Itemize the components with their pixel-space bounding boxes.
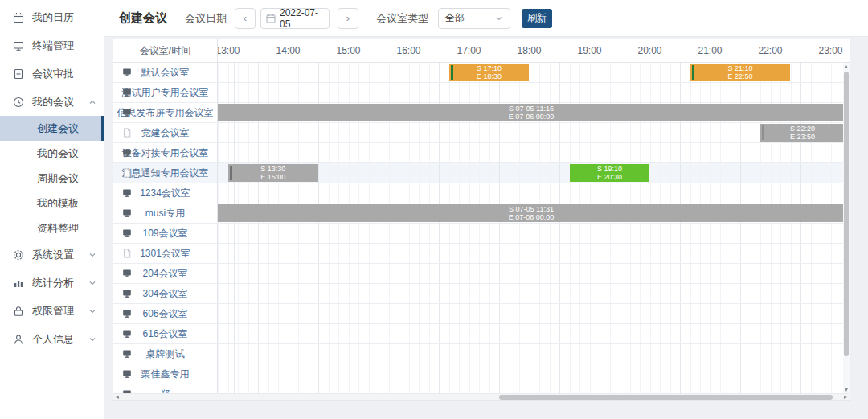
room-type-select[interactable]: 全部 (438, 8, 510, 29)
room-timeline[interactable]: S 07-05 11:31E 07-06 00:00 (218, 203, 845, 223)
sidebar-item-1[interactable]: 终端管理 (0, 31, 104, 60)
schedule-row: 消息通知专用会议室S 13:30E 15:00S 19:10E 20:30 (113, 163, 850, 183)
time-tick-2000: 20:00 (637, 39, 661, 62)
schedule-row: 默认会议室S 17:10E 18:30S 21:10E 22:50 (113, 63, 850, 83)
horizontal-scrollbar[interactable] (113, 393, 850, 400)
room-display-icon (122, 188, 132, 198)
sidebar-subitem-label: 周期会议 (37, 171, 79, 186)
room-link[interactable]: 党建会议室 (141, 126, 190, 140)
room-timeline[interactable] (218, 143, 845, 162)
booking-bar[interactable]: S 07-05 11:16E 07-06 00:00 (218, 104, 845, 121)
next-day-button[interactable]: › (338, 8, 358, 29)
sidebar-subitem-3-0[interactable]: 创建会议 (0, 116, 104, 141)
sidebar-subitem-label: 资料整理 (37, 221, 79, 236)
schedule-row: 桌牌测试 (113, 344, 850, 364)
room-link[interactable]: 616会议室 (142, 327, 187, 341)
booking-start-time: S 07-05 11:31 (509, 205, 554, 214)
room-link[interactable]: 204会议室 (142, 267, 187, 281)
user-icon (13, 334, 24, 345)
prev-day-button[interactable]: ‹ (235, 8, 256, 29)
scroll-up-arrow[interactable] (843, 63, 850, 71)
chevron-down-icon (88, 335, 96, 343)
room-timeline[interactable] (218, 364, 845, 384)
room-timeline[interactable] (218, 264, 845, 283)
booking-start-marker (692, 65, 694, 80)
booking-start-marker (762, 125, 764, 140)
vertical-scrollbar[interactable] (843, 63, 850, 394)
schedule-row: 党建会议室S 22:20E 23:50 (113, 123, 850, 143)
sidebar-subitem-label: 我的会议 (37, 146, 79, 161)
room-link[interactable]: 桌牌测试 (146, 347, 185, 361)
chevron-down-icon (88, 251, 96, 259)
room-timeline[interactable]: S 22:20E 23:50 (218, 123, 845, 142)
room-name-cell: 109会议室 (113, 224, 218, 243)
sidebar-item-2[interactable]: 会议审批 (0, 60, 104, 88)
room-timeline[interactable] (218, 224, 845, 243)
room-link[interactable]: 304会议室 (142, 287, 187, 301)
scroll-left-arrow[interactable] (113, 394, 121, 401)
sidebar-item-6[interactable]: 权限管理 (0, 297, 104, 325)
room-link[interactable]: 109会议室 (142, 227, 187, 240)
room-link[interactable]: 1301会议室 (140, 247, 190, 261)
room-link[interactable]: 消息通知专用会议室 (122, 166, 209, 180)
room-link[interactable]: 默认会议室 (141, 66, 190, 80)
room-timeline[interactable] (218, 344, 845, 364)
room-timeline[interactable] (218, 183, 845, 203)
room-link[interactable]: musi专用 (145, 207, 185, 220)
room-display-icon (122, 88, 132, 97)
date-input[interactable]: 2022-07-05 (260, 8, 330, 29)
room-display-icon (122, 208, 132, 218)
refresh-button[interactable]: 刷新 (522, 9, 552, 28)
room-type-value: 全部 (445, 11, 465, 25)
booking-bar[interactable]: S 17:10E 18:30 (449, 64, 530, 81)
room-display-icon (122, 228, 132, 238)
clock-icon (13, 97, 24, 108)
booking-bar[interactable]: S 21:10E 22:50 (690, 64, 791, 81)
room-timeline[interactable] (218, 244, 845, 263)
sidebar-item-5[interactable]: 统计分析 (0, 269, 104, 297)
schedule-row: 设备对接专用会议室 (113, 143, 850, 163)
room-timeline[interactable]: S 07-05 11:16E 07-06 00:00 (218, 103, 845, 122)
room-link[interactable]: 1234会议室 (140, 187, 190, 200)
booking-bar[interactable]: S 19:10E 20:30 (570, 164, 650, 182)
room-timeline[interactable] (218, 324, 845, 343)
booking-start-time: S 13:30 (260, 165, 285, 174)
room-link[interactable]: 606会议室 (142, 307, 187, 321)
sidebar-subitem-3-2[interactable]: 周期会议 (0, 166, 104, 191)
room-display-icon (122, 289, 132, 298)
room-timeline[interactable] (218, 304, 845, 323)
scroll-right-arrow[interactable] (841, 394, 850, 401)
corner-header: 会议室/时间 (113, 39, 218, 62)
room-name-cell: 默认会议室 (113, 63, 218, 82)
sidebar-subitem-3-1[interactable]: 我的会议 (0, 141, 104, 166)
room-timeline[interactable] (218, 83, 845, 102)
booking-bar[interactable]: S 13:30E 15:00 (228, 164, 319, 182)
booking-bar[interactable]: S 07-05 11:31E 07-06 00:00 (218, 204, 845, 222)
room-link[interactable]: 栗佳鑫专用 (141, 368, 190, 381)
sidebar-item-7[interactable]: 个人信息 (0, 325, 104, 353)
booking-start-time: S 19:10 (597, 165, 622, 174)
horizontal-scroll-thumb[interactable] (499, 395, 833, 400)
room-timeline[interactable]: S 17:10E 18:30S 21:10E 22:50 (218, 63, 845, 82)
room-timeline[interactable]: S 13:30E 15:00S 19:10E 20:30 (218, 163, 845, 183)
sidebar-item-4[interactable]: 系统设置 (0, 240, 104, 269)
calendar-icon (13, 12, 24, 23)
booking-bar[interactable]: S 22:20E 23:50 (760, 124, 845, 142)
sidebar-item-3[interactable]: 我的会议 (0, 88, 104, 116)
room-display-icon (122, 68, 132, 77)
room-link[interactable]: 测试用户专用会议室 (122, 86, 209, 100)
sidebar-subitem-3-4[interactable]: 资料整理 (0, 216, 104, 240)
room-link[interactable]: 设备对接专用会议室 (122, 146, 209, 160)
gear-icon (13, 249, 24, 261)
time-tick-1300: 13:00 (218, 39, 240, 62)
sidebar-item-label: 我的会议 (32, 95, 74, 109)
time-tick-1500: 15:00 (336, 39, 360, 62)
vertical-scroll-thumb[interactable] (844, 72, 849, 356)
time-tick-1800: 18:00 (517, 39, 541, 62)
room-timeline[interactable] (218, 284, 845, 303)
sidebar-item-label: 权限管理 (32, 304, 74, 318)
sidebar-subitem-3-3[interactable]: 我的模板 (0, 191, 104, 216)
time-tick-2100: 21:00 (698, 39, 722, 62)
room-display-icon (122, 349, 132, 359)
sidebar-item-0[interactable]: 我的日历 (0, 3, 104, 31)
